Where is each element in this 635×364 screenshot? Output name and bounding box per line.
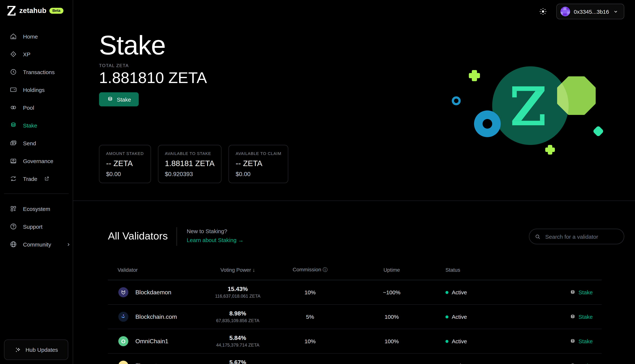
status-badge: Active [452,314,467,320]
card-available-to-claim: AVAILABLE TO CLAIM -- ZETA $0.00 [229,145,288,183]
sidebar-item-label: Community [23,241,51,248]
stake-action-link[interactable]: Stake [527,289,602,296]
voting-power-zeta: 116,637,018.061 ZETA [201,294,275,299]
column-voting-power[interactable]: Voting Power↓ [201,267,275,273]
sidebar-item-label: Home [23,33,38,40]
main-content: Stake TOTAL ZETA 1.881810 ZETA Stake AMO… [73,0,635,364]
sidebar-item-label: Trade [23,176,37,182]
sidebar-item-send[interactable]: Send [0,134,73,152]
sidebar-item-label: Transactions [23,69,55,75]
status-cell: Active [438,338,527,344]
voting-power-percent: 8.98% [201,310,275,317]
stake-action-link[interactable]: Stake [527,338,602,344]
wallet-avatar [560,7,570,16]
commission-cell: 10% [275,289,345,296]
sidebar-item-transactions[interactable]: Transactions [0,63,73,81]
sidebar-item-label: Pool [23,104,34,111]
sidebar-item-label: Stake [23,122,37,128]
info-icon[interactable]: ⓘ [323,267,328,272]
learn-about-staking-link[interactable]: Learn about Staking → [187,237,244,243]
coin-stack-icon [569,338,575,344]
banknote-icon [10,139,17,147]
validator-avatar [118,287,128,297]
table-row: Blockdaemon 15.43% 116,637,018.061 ZETA … [108,280,602,305]
wallet-address: 0x3345...3b16 [574,8,609,15]
voting-power-cell: 15.43% 116,637,018.061 ZETA [201,286,275,299]
card-label: AVAILABLE TO CLAIM [236,151,281,156]
sidebar-divider [4,194,69,194]
voting-power-zeta: 44,175,379.714 ZETA [201,342,275,348]
sidebar-item-governance[interactable]: Governance [0,152,73,170]
validator-search [529,229,624,244]
commission-cell: 10% [275,338,345,344]
hub-updates-button[interactable]: Hub Updates [4,340,68,360]
sidebar-item-xp[interactable]: XP [0,45,73,63]
card-icon [10,86,17,94]
voting-power-percent: 5.67% [201,359,275,364]
app: zetahub Beta Home XP Transactions Holdin… [0,0,635,364]
card-usd: $0.920393 [165,171,215,178]
external-link-icon [44,176,49,181]
blockdaemon-logo-icon [121,290,126,295]
staking-info: New to Staking? Learn about Staking → [187,227,244,243]
uptime-cell: 100% [345,314,438,320]
zetachain-logo-icon [7,6,16,16]
sidebar-item-label: Send [23,140,36,146]
search-input[interactable] [544,233,619,240]
sidebar-item-pool[interactable]: Pool [0,98,73,116]
sidebar-item-stake[interactable]: Stake [0,116,73,134]
uptime-cell: ~100% [345,289,438,296]
card-value: -- ZETA [106,159,144,168]
coin-stack-icon [569,289,575,295]
page-title: Stake [99,32,624,58]
stake-action-link[interactable]: Stake [527,362,602,364]
stake-button-label: Stake [117,96,131,102]
sort-desc-icon: ↓ [253,267,255,273]
uptime-cell: 100% [345,338,438,344]
status-cell: Active [438,289,527,296]
coin-stack-icon [10,122,17,129]
xp-diamond-icon [10,50,17,58]
table-header-row: Validator Voting Power↓ Commissionⓘ Upti… [108,264,602,280]
pool-circles-icon [10,104,17,111]
commission-cell: 5% [275,314,345,320]
sidebar-item-label: Holdings [23,86,45,93]
status-dot [445,340,448,343]
status-dot [445,315,448,318]
status-badge: Active [452,362,467,364]
clock-icon [10,68,17,76]
sun-icon [539,8,547,16]
stake-action-link[interactable]: Stake [527,314,602,320]
validator-name: Figment [135,362,157,364]
status-badge: Active [452,289,467,296]
validator-name: OmniChain1 [135,338,168,344]
sidebar-item-label: Support [23,223,43,230]
blockchain-com-logo-icon [121,314,126,320]
status-badge: Active [452,338,467,344]
voting-power-cell: 5.67% 42,829,169.869 ZETA [201,359,275,364]
table-row: Blockchain.com 8.98% 67,835,109.856 ZETA… [108,305,602,329]
wallet-button[interactable]: 0x3345...3b16 [556,4,624,19]
sidebar-item-community[interactable]: Community › [0,236,73,253]
validator-avatar [118,312,128,322]
voting-power-percent: 15.43% [201,286,275,292]
brand-name: zetahub [19,7,46,15]
voting-power-zeta: 67,835,109.856 ZETA [201,318,275,323]
chevron-right-icon: › [68,240,70,248]
card-value: -- ZETA [236,159,281,168]
voting-power-cell: 5.84% 44,175,379.714 ZETA [201,335,275,348]
validator-cell: Blockchain.com [108,312,201,322]
status-dot [445,291,448,294]
brand-logo[interactable]: zetahub Beta [0,0,73,16]
section-divider [73,200,635,201]
stake-button[interactable]: Stake [99,92,139,106]
sidebar-item-support[interactable]: Support [0,218,73,236]
validator-avatar: O [118,336,128,346]
theme-toggle-button[interactable] [536,4,550,19]
sidebar-item-holdings[interactable]: Holdings [0,81,73,98]
sidebar-item-home[interactable]: Home [0,28,73,45]
validator-cell: O OmniChain1 [108,336,201,346]
card-label: AVAILABLE TO STAKE [165,151,215,156]
sidebar-item-trade[interactable]: Trade [0,170,73,188]
sidebar-item-ecosystem[interactable]: Ecosystem [0,200,73,218]
